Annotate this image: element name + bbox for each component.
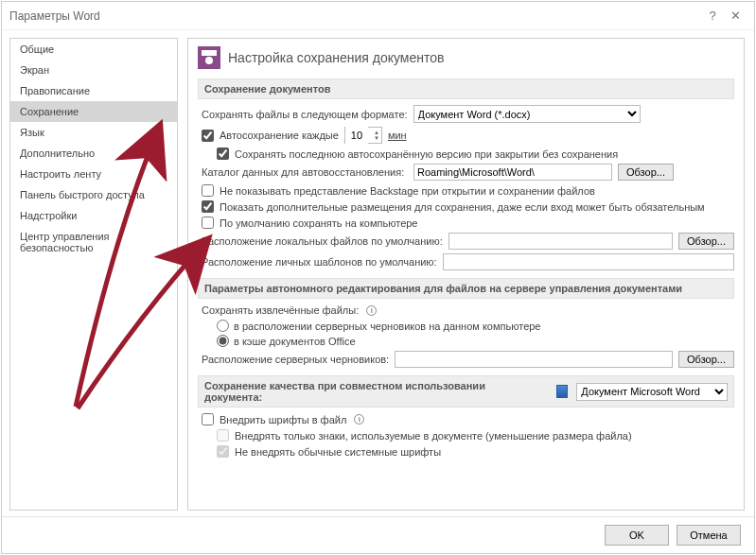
sidebar-item-proofing[interactable]: Правописание	[10, 80, 177, 101]
local-files-label: Расположение локальных файлов по умолчан…	[202, 235, 443, 247]
show-additional-label: Показать дополнительные размещения для с…	[220, 201, 705, 213]
cancel-button[interactable]: Отмена	[677, 525, 741, 546]
templates-label: Расположение личных шаблонов по умолчани…	[202, 256, 437, 268]
no-system-fonts-checkbox	[217, 445, 229, 458]
close-button[interactable]: ✕	[724, 9, 747, 23]
keep-last-auto-label: Сохранять последнюю автосохранённую верс…	[235, 148, 618, 160]
drafts-browse-button[interactable]: Обзор...	[678, 351, 734, 368]
no-system-fonts-label: Не внедрять обычные системные шрифты	[235, 446, 441, 458]
window-title: Параметры Word	[9, 9, 701, 23]
checked-out-label: Сохранять извлечённые файлы:	[202, 304, 359, 316]
sidebar-item-display[interactable]: Экран	[10, 60, 177, 80]
info-icon[interactable]: i	[366, 305, 377, 316]
page-title: Настройка сохранения документов	[228, 50, 444, 65]
autorecover-label: Каталог данных для автовосстановления:	[202, 166, 408, 178]
sidebar-item-advanced[interactable]: Дополнительно	[10, 143, 177, 164]
embed-chars-only-checkbox	[217, 429, 229, 442]
section-offline: Параметры автономного редактирования для…	[198, 278, 734, 299]
embed-fonts-label: Внедрить шрифты в файл	[220, 414, 346, 425]
sidebar-item-customize-ribbon[interactable]: Настроить ленту	[10, 164, 177, 184]
save-local-default-label: По умолчанию сохранять на компьютере	[220, 217, 417, 229]
category-sidebar: Общие Экран Правописание Сохранение Язык…	[9, 38, 178, 511]
sidebar-item-addins[interactable]: Надстройки	[10, 205, 177, 226]
radio-drafts-label: в расположении серверных черновиков на д…	[234, 321, 540, 332]
section-fidelity: Сохранение качества при совместном испол…	[198, 375, 734, 408]
drafts-input[interactable]	[395, 351, 673, 368]
templates-input[interactable]	[443, 253, 734, 270]
local-files-browse-button[interactable]: Обзор...	[678, 233, 734, 250]
no-backstage-label: Не показывать представление Backstage пр…	[220, 185, 595, 197]
sidebar-item-quick-access[interactable]: Панель быстрого доступа	[10, 184, 177, 205]
section-save-documents: Сохранение документов	[198, 78, 734, 99]
local-files-input[interactable]	[448, 233, 673, 250]
options-content: Настройка сохранения документов Сохранен…	[187, 38, 745, 511]
autorecover-browse-button[interactable]: Обзор...	[618, 164, 674, 181]
fidelity-select[interactable]: Документ Microsoft Word	[576, 383, 728, 401]
autorecover-path[interactable]	[413, 164, 612, 181]
keep-last-auto-checkbox[interactable]	[217, 147, 229, 160]
options-dialog: Параметры Word ? ✕ Общие Экран Правописа…	[1, 1, 755, 554]
ok-button[interactable]: OK	[605, 525, 669, 546]
embed-chars-only-label: Внедрять только знаки, используемые в до…	[235, 430, 632, 442]
save-local-default-checkbox[interactable]	[202, 217, 214, 229]
drafts-label: Расположение серверных черновиков:	[202, 354, 389, 365]
autosave-value[interactable]	[345, 127, 368, 144]
sidebar-item-language[interactable]: Язык	[10, 122, 177, 143]
format-label: Сохранять файлы в следующем формате:	[202, 109, 408, 120]
spinner-arrows[interactable]: ▲▼	[374, 130, 381, 141]
word-doc-icon	[556, 385, 568, 398]
autosave-spinner[interactable]: ▲▼	[344, 127, 382, 144]
titlebar: Параметры Word ? ✕	[2, 2, 754, 30]
format-select[interactable]: Документ Word (*.docx)	[413, 105, 641, 123]
no-backstage-checkbox[interactable]	[202, 184, 214, 197]
embed-fonts-checkbox[interactable]	[202, 413, 214, 425]
fidelity-title: Сохранение качества при совместном испол…	[204, 380, 545, 403]
dialog-footer: OK Отмена	[2, 516, 754, 553]
save-disk-icon	[198, 46, 220, 69]
sidebar-item-general[interactable]: Общие	[10, 39, 177, 60]
sidebar-item-save[interactable]: Сохранение	[10, 101, 177, 122]
help-button[interactable]: ?	[701, 9, 724, 23]
radio-cache[interactable]	[217, 335, 229, 347]
sidebar-item-trust-center[interactable]: Центр управления безопасностью	[10, 226, 177, 258]
autosave-unit: мин	[388, 130, 407, 141]
info-icon-fonts[interactable]: i	[354, 414, 364, 425]
radio-drafts[interactable]	[217, 320, 229, 332]
autosave-checkbox[interactable]	[202, 130, 214, 142]
show-additional-checkbox[interactable]	[202, 200, 214, 213]
autosave-label: Автосохранение каждые	[220, 130, 339, 141]
radio-cache-label: в кэше документов Office	[234, 336, 356, 347]
